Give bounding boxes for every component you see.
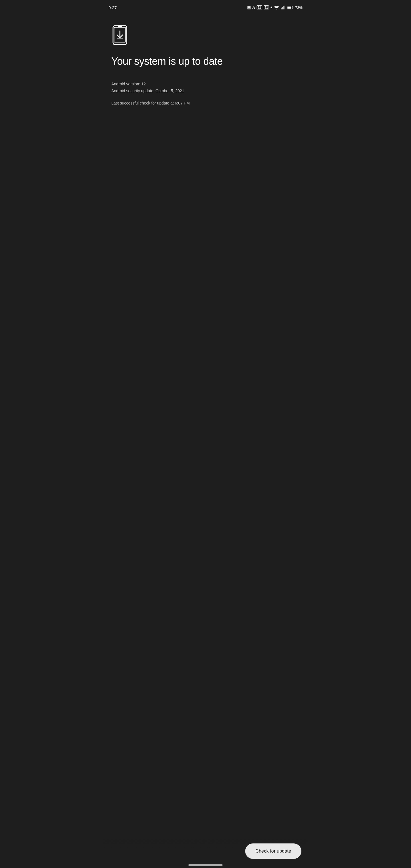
check-for-update-button[interactable]: Check for update	[245, 843, 302, 859]
notification-dot	[271, 6, 272, 8]
font-icon: A	[252, 5, 255, 10]
battery-percentage: 73%	[295, 5, 303, 10]
main-content: Your system is up to date Android versio…	[103, 14, 308, 141]
edge-icon: ▤	[247, 5, 251, 10]
system-icon-container	[111, 25, 300, 46]
status-bar: 9:27 ▤ A 31 31 73%	[103, 0, 308, 14]
wifi-icon	[274, 5, 279, 9]
home-indicator	[188, 864, 223, 866]
page-title: Your system is up to date	[111, 55, 300, 67]
info-section: Android version: 12 Android security upd…	[111, 81, 300, 106]
status-icons: ▤ A 31 31 73%	[247, 5, 303, 10]
svg-rect-3	[284, 6, 285, 9]
svg-rect-1	[282, 7, 283, 9]
svg-rect-6	[287, 6, 291, 8]
status-time: 9:27	[108, 5, 117, 10]
svg-rect-0	[281, 8, 281, 9]
calendar2-icon: 31	[264, 5, 269, 9]
battery-icon	[287, 6, 293, 9]
signal-icon	[281, 5, 285, 9]
version-info: Android version: 12 Android security upd…	[111, 81, 300, 94]
security-update: Android security update: October 5, 2021	[111, 88, 300, 94]
calendar-icon: 31	[257, 5, 262, 9]
android-version: Android version: 12	[111, 81, 300, 88]
bottom-bar: Check for update	[103, 839, 308, 868]
svg-rect-2	[283, 6, 283, 9]
system-update-icon	[111, 25, 128, 45]
last-check: Last successful check for update at 6:07…	[111, 100, 300, 106]
svg-rect-5	[293, 6, 293, 8]
